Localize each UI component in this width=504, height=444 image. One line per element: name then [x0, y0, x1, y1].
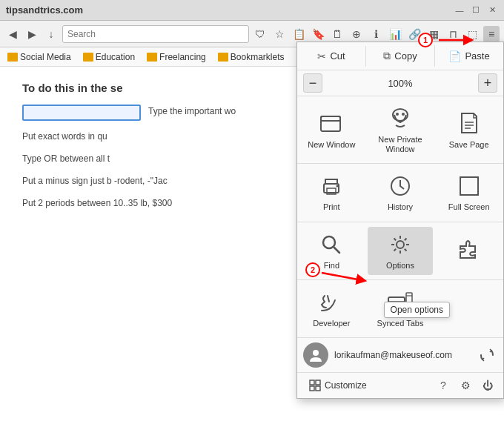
options-icon [387, 231, 414, 258]
menu-button[interactable]: ≡ [483, 26, 500, 42]
save-page-icon [456, 110, 483, 137]
window-controls: — ☐ ✕ [454, 4, 498, 16]
info-icon[interactable]: ℹ [368, 26, 384, 42]
history-button[interactable]: History [368, 168, 434, 216]
svg-line-23 [394, 248, 397, 251]
empty-slot [436, 285, 502, 333]
copy-button[interactable]: ⧉ Copy [366, 45, 435, 67]
history-label: History [388, 202, 413, 212]
link-icon[interactable]: 🔗 [406, 26, 422, 42]
svg-point-15 [397, 241, 404, 248]
svg-rect-31 [316, 386, 320, 391]
puzzle-icon [456, 236, 483, 262]
save-page-label: Save Page [449, 140, 489, 150]
bookmark-folder-icon [147, 53, 157, 62]
options-label: Options [386, 261, 414, 271]
bookmark-folder-icon [83, 53, 93, 62]
svg-rect-28 [310, 380, 314, 385]
svg-line-22 [405, 238, 407, 240]
search-input-field[interactable] [22, 105, 141, 121]
menu-bottom-row: Customize ? ⚙ ⏻ [297, 373, 503, 398]
browser-window: tipsandtrics.com — ☐ ✕ ◀ ▶ ↓ 🛡 ☆ 📋 🔖 🗒 ⊕… [0, 0, 504, 444]
star-icon[interactable]: ☆ [271, 26, 288, 42]
customize-icon [309, 380, 321, 391]
help-button[interactable]: ? [434, 376, 453, 395]
menu-row-print: Print History [297, 164, 503, 222]
chart-icon[interactable]: 📊 [387, 26, 403, 42]
synced-tabs-button[interactable]: Synced Tabs [368, 285, 434, 333]
options-button[interactable]: Options [368, 227, 434, 275]
rss-icon[interactable]: ⊕ [348, 26, 365, 42]
bookmark-freelancing[interactable]: Freelancing [144, 50, 209, 64]
find-icon [318, 231, 345, 258]
account-email: lorikaufman@makeuseof.com [334, 350, 471, 360]
svg-point-3 [396, 113, 399, 116]
title-bar: tipsandtrics.com — ☐ ✕ [0, 0, 504, 21]
synced-tabs-label: Synced Tabs [377, 319, 424, 328]
maximize-button[interactable]: ☐ [470, 4, 482, 16]
new-window-button[interactable]: New Window [299, 101, 365, 159]
svg-line-20 [394, 238, 397, 240]
row-text-2: Put exact words in qu [22, 130, 107, 143]
menu-row-new: New Window New PrivateWindow [297, 96, 503, 164]
cut-button[interactable]: ✂ Cut [297, 46, 366, 67]
customize-button[interactable]: Customize [303, 377, 431, 394]
bookmark-folder-icon [218, 53, 228, 62]
container-icon[interactable]: ⬚ [464, 26, 480, 42]
zoom-in-button[interactable]: + [478, 73, 497, 93]
forward-button[interactable]: ▶ [24, 26, 40, 42]
shield-icon[interactable]: 🛡 [252, 26, 268, 42]
tab-icon[interactable]: ⊓ [445, 26, 461, 42]
settings-button[interactable]: ⚙ [456, 376, 475, 395]
firefox-menu: ✂ Cut ⧉ Copy 📄 Paste − 100% + [296, 42, 504, 399]
minimize-button[interactable]: — [454, 4, 465, 16]
row-text-5: Put 2 periods between 10..35 lb, $300 [22, 196, 172, 210]
close-button[interactable]: ✕ [486, 4, 498, 16]
refresh-button[interactable]: ↓ [43, 26, 59, 42]
bookmark-icon[interactable]: 🔖 [310, 26, 326, 42]
new-private-window-icon [387, 105, 414, 132]
new-private-window-button[interactable]: New PrivateWindow [368, 101, 434, 159]
print-icon [318, 173, 345, 199]
bookmark-education[interactable]: Education [80, 50, 138, 64]
fullscreen-button[interactable]: Full Screen [436, 168, 502, 216]
svg-rect-1 [321, 116, 340, 121]
avatar [303, 342, 328, 368]
addons-button[interactable] [436, 227, 502, 275]
paste-button[interactable]: 📄 Paste [435, 46, 503, 67]
svg-rect-25 [388, 297, 405, 309]
menu-row-find: Find [297, 222, 503, 280]
developer-label: Developer [313, 319, 350, 328]
note-icon[interactable]: 🗒 [329, 26, 345, 42]
row-text-1: Type the important wo [148, 105, 236, 118]
svg-point-4 [402, 113, 405, 116]
new-private-window-label: New PrivateWindow [378, 135, 422, 154]
developer-button[interactable]: Developer [299, 285, 365, 333]
synced-tabs-icon [387, 289, 414, 316]
back-button[interactable]: ◀ [4, 26, 21, 42]
sidebar-icon[interactable]: ▦ [425, 26, 442, 42]
paste-icon: 📄 [448, 50, 461, 62]
history-icon [387, 173, 414, 199]
svg-line-21 [405, 248, 407, 251]
clipboard-icon[interactable]: 📋 [291, 26, 307, 42]
bookmark-bookmarklets[interactable]: Bookmarklets [215, 50, 288, 64]
search-input[interactable] [62, 25, 249, 43]
row-text-4: Put a minus sign just b -rodent, -"Jac [22, 174, 168, 188]
svg-point-27 [313, 350, 319, 356]
menu-zoom-row: − 100% + [297, 70, 503, 96]
zoom-out-button[interactable]: − [303, 73, 322, 93]
find-button[interactable]: Find [299, 227, 365, 275]
print-button[interactable]: Print [299, 168, 365, 216]
svg-rect-30 [310, 386, 314, 391]
row-text-3: Type OR between all t [22, 152, 110, 165]
menu-row-dev: Developer Synced Tabs [297, 280, 503, 338]
bookmark-social-media[interactable]: Social Media [4, 50, 74, 64]
zoom-value: 100% [328, 78, 472, 89]
save-page-button[interactable]: Save Page [436, 101, 502, 159]
sync-button[interactable] [477, 345, 497, 365]
power-button[interactable]: ⏻ [478, 376, 497, 395]
svg-rect-29 [316, 380, 320, 385]
account-row: lorikaufman@makeuseof.com [297, 338, 503, 373]
developer-icon [318, 289, 345, 316]
